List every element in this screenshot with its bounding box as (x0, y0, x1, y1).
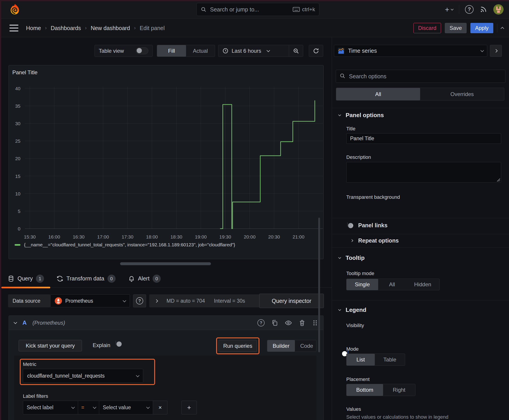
chevron-down-icon (146, 405, 150, 409)
options-search[interactable] (336, 70, 505, 83)
select-value-dropdown[interactable]: Select value (99, 401, 153, 414)
save-button[interactable]: Save (445, 23, 467, 33)
svg-text:16:00: 16:00 (48, 234, 60, 239)
section-tooltip-label: Tooltip (346, 255, 365, 261)
builder-code-group: Builder Code (267, 340, 316, 352)
label-filters-label: Label filters (23, 393, 48, 399)
legend-right-option[interactable]: Right (383, 384, 415, 396)
metric-dropdown[interactable]: cloudflared_tunnel_total_requests (23, 369, 143, 383)
panel-title-input[interactable] (346, 133, 501, 144)
svg-text:30: 30 (15, 121, 20, 126)
legend-values-hint: Select values or calculations to show in… (346, 414, 448, 420)
prometheus-icon (54, 297, 62, 305)
global-search-input[interactable] (210, 6, 289, 13)
tab-transform[interactable]: Transform data 0 (50, 270, 122, 288)
tooltip-hidden-option[interactable]: Hidden (406, 279, 440, 290)
breadcrumb-home[interactable]: Home (26, 25, 41, 31)
tooltip-all-option[interactable]: All (378, 279, 406, 290)
tab-alert[interactable]: Alert 0 (122, 270, 167, 288)
discard-button[interactable]: Discard (413, 23, 441, 33)
tooltip-single-option[interactable]: Single (347, 279, 378, 290)
datasource-picker[interactable]: Prometheus (50, 294, 130, 307)
actual-option[interactable]: Actual (186, 45, 215, 57)
avatar[interactable] (493, 4, 504, 15)
table-view-toggle[interactable] (136, 47, 148, 54)
section-legend[interactable]: Legend (339, 307, 366, 314)
series-legend-label: {__name__="cloudflared_tunnel_total_requ… (24, 242, 235, 248)
breadcrumb-separator: › (134, 25, 136, 31)
grafana-logo[interactable] (8, 3, 21, 16)
pane-resize-handle[interactable] (120, 262, 211, 265)
series-legend[interactable]: {__name__="cloudflared_tunnel_total_requ… (15, 242, 235, 248)
operator-dropdown[interactable]: = (78, 401, 99, 414)
section-panel-options[interactable]: Panel options (339, 112, 384, 119)
help-icon[interactable]: ? (465, 5, 473, 14)
breadcrumb-dashboards[interactable]: Dashboards (51, 25, 81, 31)
query-inspector-button[interactable]: Query inspector (259, 294, 324, 308)
visualization-picker[interactable]: Time series (334, 45, 487, 57)
resize-corner-icon[interactable] (497, 178, 500, 181)
query-row-header[interactable]: A (Prometheus) ? (9, 316, 323, 330)
time-range-picker[interactable]: Last 6 hours (218, 48, 289, 54)
tab-query[interactable]: Query 1 (1, 270, 50, 288)
breadcrumb-separator: › (45, 25, 47, 31)
chevron-right-icon[interactable] (155, 299, 158, 303)
collapse-header-icon[interactable] (501, 26, 504, 30)
datasource-value: Prometheus (65, 298, 120, 304)
section-panel-links[interactable]: Panel links (351, 222, 387, 229)
chevron-down-icon (136, 374, 140, 377)
add-filter-button[interactable]: + (181, 401, 197, 414)
active-tab-underline (1, 287, 50, 288)
breadcrumb-new-dashboard[interactable]: New dashboard (91, 25, 130, 31)
fill-option[interactable]: Fill (157, 45, 186, 57)
query-ref-id: A (23, 319, 27, 326)
time-range-label: Last 6 hours (232, 48, 261, 54)
visibility-label: Visibility (346, 323, 364, 329)
panel-description-input[interactable] (346, 162, 501, 183)
chevron-down-icon (338, 256, 341, 259)
table-view-control: Table view (94, 45, 153, 57)
kickstart-query-button[interactable]: Kick start your query (19, 340, 82, 351)
query-help-icon[interactable]: ? (258, 319, 265, 326)
duplicate-icon[interactable] (271, 320, 278, 326)
drag-handle-icon[interactable] (312, 320, 318, 326)
zoom-out-button[interactable] (289, 45, 303, 57)
divider (332, 247, 509, 248)
legend-bottom-option[interactable]: Bottom (347, 384, 383, 396)
transparent-bg-toggle[interactable] (347, 222, 348, 227)
window-frame-left (0, 0, 1, 420)
legend-list-option[interactable]: List (347, 354, 375, 366)
news-rss-icon[interactable] (479, 5, 487, 14)
hide-response-eye-icon[interactable] (285, 319, 292, 326)
options-search-input[interactable] (349, 73, 501, 80)
tab-all[interactable]: All (336, 88, 420, 100)
section-repeat-options[interactable]: Repeat options (351, 237, 399, 244)
trash-icon[interactable] (299, 320, 305, 326)
alert-count-badge: 0 (153, 275, 161, 283)
svg-text:35: 35 (15, 104, 20, 109)
main-scrollbar[interactable] (318, 218, 320, 352)
editor-tabs: Query 1 Transform data 0 Alert 0 (0, 270, 332, 288)
section-panel-options-label: Panel options (346, 112, 384, 119)
svg-text:25: 25 (15, 138, 20, 144)
code-option[interactable]: Code (295, 340, 316, 352)
shortcut-label: ctrl+k (302, 6, 315, 13)
select-value-placeholder: Select value (103, 405, 147, 411)
section-tooltip[interactable]: Tooltip (339, 255, 365, 261)
builder-option[interactable]: Builder (267, 340, 295, 352)
legend-table-option[interactable]: Table (375, 354, 405, 366)
refresh-button[interactable] (309, 45, 323, 57)
database-icon (8, 275, 14, 282)
run-queries-button[interactable]: Run queries (219, 340, 257, 352)
new-menu-button[interactable]: + (445, 5, 453, 14)
explain-toggle[interactable] (116, 341, 116, 345)
datasource-help-button[interactable]: ? (133, 294, 146, 307)
menu-toggle-icon[interactable] (9, 25, 18, 31)
global-search[interactable]: ctrl+k (196, 3, 319, 16)
collapse-options-button[interactable] (490, 45, 502, 57)
remove-filter-button[interactable]: × (153, 401, 167, 414)
apply-button[interactable]: Apply (471, 23, 493, 33)
select-label-dropdown[interactable]: Select label (23, 401, 78, 414)
chevron-right-icon (350, 224, 353, 227)
tab-overrides[interactable]: Overrides (420, 88, 504, 100)
